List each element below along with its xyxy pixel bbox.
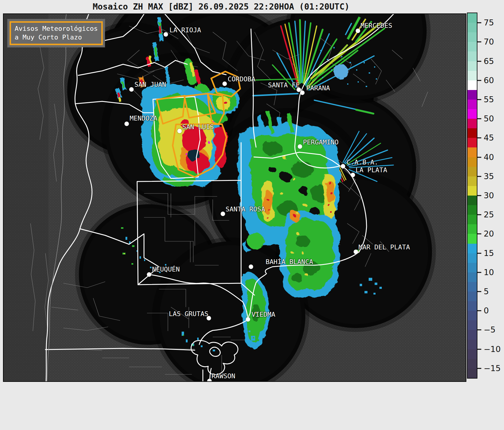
colorbar-segment [468,71,477,81]
colorbar-segment [468,51,477,61]
colorbar-segment [468,13,477,23]
colorbar-segment [468,263,477,273]
colorbar-tick-label: 10 [484,268,494,277]
colorbar-segment [468,359,477,369]
colorbar-tick-label: −5 [484,325,496,334]
colorbar-tick-label: −10 [484,344,501,354]
colorbar-tick [477,99,481,100]
colorbar-tick [477,61,481,62]
colorbar-segment [468,253,477,263]
colorbar-tick-label: 60 [484,76,494,85]
colorbar-segment [468,167,477,177]
colorbar-segment [468,311,477,321]
warning-legend-line1: Avisos Meteorológicos [15,24,98,33]
colorbar-tick-label: 50 [484,114,494,123]
colorbar-segment [468,205,477,215]
colorbar-segment [468,90,477,100]
colorbar-gradient [467,13,477,379]
colorbar-segment [468,109,477,119]
colorbar-tick-label: 15 [484,248,494,258]
colorbar-segment [468,42,477,52]
colorbar-tick-label: 20 [484,229,494,238]
colorbar-tick-label: 40 [484,152,494,161]
radar-map-graphic [4,14,466,382]
colorbar-segment [468,224,477,234]
colorbar-segment [468,128,477,138]
colorbar-tick-label: 45 [484,133,494,142]
colorbar-tick [477,349,481,350]
colorbar-tick [477,330,481,330]
warning-legend-line2: a Muy Corto Plazo [15,33,98,42]
radar-product-page: Mosaico ZH MAX [dBZ] 26.09.2025 22:20HOA… [0,0,504,430]
colorbar-tick-label: 5 [484,287,489,296]
colorbar-tick-label: 65 [484,56,494,65]
colorbar-segment [468,176,477,186]
colorbar-tick [477,368,481,369]
colorbar-segment [468,234,477,244]
colorbar-segment [468,138,477,148]
footer: Servicio Meteorológico Nacional Argentin… [0,382,504,430]
colorbar-segment [468,340,477,350]
colorbar-segment [468,349,477,359]
colorbar-tick [477,176,481,177]
colorbar-segment [468,292,477,301]
colorbar-tick [477,22,481,23]
colorbar-tick-label: 75 [484,18,494,27]
colorbar-segment [468,100,477,109]
colorbar-segment [468,186,477,196]
page-title: Mosaico ZH MAX [dBZ] 26.09.2025 22:20HOA… [0,2,442,12]
colorbar-tick-label: 30 [484,191,494,200]
colorbar-segment [468,368,477,378]
colorbar-segment [468,147,477,157]
colorbar-tick [477,118,481,119]
colorbar-tick [477,253,481,254]
colorbar-tick-label: 25 [484,210,494,219]
colorbar-segment [468,272,477,282]
colorbar-tick [477,80,481,81]
colorbar-tick [477,234,481,234]
colorbar-segment [468,157,477,167]
colorbar-tick [477,42,481,42]
reflectivity-colorbar: 757065605550454035302520151050−5−10−15 [467,13,503,379]
colorbar-tick [477,310,481,311]
colorbar-tick [477,272,481,273]
colorbar-tick-label: 35 [484,172,494,181]
west-vignette [4,14,48,382]
colorbar-segment [468,32,477,42]
warning-legend-box: Avisos Meteorológicos a Muy Corto Plazo [7,19,105,47]
colorbar-tick [477,157,481,158]
colorbar-tick-label: 55 [484,95,494,104]
colorbar-tick [477,291,481,292]
colorbar-segment [468,244,477,254]
colorbar-tick [477,195,481,196]
colorbar-segment [468,215,477,225]
radar-map: LA RIOJAMERCEDESSAN JUANCÓRDOBASANTA FEP… [3,13,466,382]
chile-border [47,14,66,382]
colorbar-segment [468,282,477,292]
colorbar-segment [468,320,477,330]
colorbar-segment [468,301,477,311]
warning-legend-border: Avisos Meteorológicos a Muy Corto Plazo [10,21,103,45]
colorbar-segment [468,119,477,129]
colorbar-tick-label: −15 [484,364,501,373]
colorbar-segment [468,23,477,33]
colorbar-tick-label: 0 [484,306,489,315]
colorbar-tick [477,214,481,215]
colorbar-tick-label: 70 [484,37,494,46]
colorbar-segment [468,80,477,90]
colorbar-segment [468,61,477,71]
colorbar-segment [468,330,477,340]
colorbar-tick [477,138,481,138]
colorbar-segment [468,196,477,205]
